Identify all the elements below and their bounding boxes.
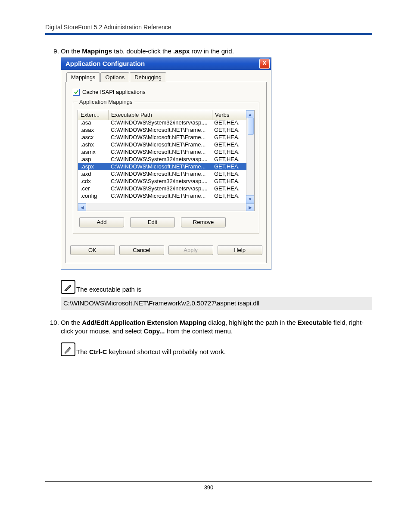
application-configuration-dialog: Application Configuration X Mappings Opt… [61, 57, 271, 270]
close-button[interactable]: X [259, 59, 270, 69]
cell-path: C:\WINDOWS\System32\inetsrv\asp.... [108, 119, 212, 126]
text-bold: Add/Edit Application Extension Mapping [82, 319, 206, 326]
apply-button[interactable]: Apply [168, 245, 213, 255]
group-label: Application Mappings [78, 98, 134, 106]
step-10: On the Add/Edit Application Extension Ma… [61, 318, 372, 357]
table-row[interactable]: .aspxC:\WINDOWS\Microsoft.NET\Frame...GE… [78, 163, 247, 170]
doc-header: Digital StoreFront 5.2 Administration Re… [45, 24, 372, 31]
cell-path: C:\WINDOWS\Microsoft.NET\Frame... [108, 141, 212, 148]
table-row[interactable]: .cerC:\WINDOWS\System32\inetsrv\asp....G… [78, 185, 247, 192]
cell-verbs: GET,HEA. [212, 170, 247, 177]
cell-extension: .asmx [78, 148, 108, 156]
cell-path: C:\WINDOWS\System32\inetsrv\asp.... [108, 156, 212, 163]
note-text: The Ctrl-C keyboard shortcut will probab… [76, 348, 226, 356]
cell-extension: .ascx [78, 134, 108, 141]
cell-extension: .asp [78, 156, 108, 163]
text-bold: Copy... [144, 327, 165, 335]
cell-extension: .aspx [78, 163, 108, 170]
table-row[interactable]: .configC:\WINDOWS\Microsoft.NET\Frame...… [78, 192, 247, 199]
cache-isapi-checkbox[interactable] [73, 89, 80, 96]
cell-path: C:\WINDOWS\Microsoft.NET\Frame... [108, 148, 212, 156]
cell-extension: .asax [78, 126, 108, 134]
table-row[interactable]: .asmxC:\WINDOWS\Microsoft.NET\Frame...GE… [78, 148, 247, 156]
col-extension[interactable]: Exten... [78, 110, 109, 120]
add-button[interactable]: Add [79, 217, 124, 227]
cell-verbs: GET,HEA. [212, 185, 247, 192]
table-row[interactable]: .asaC:\WINDOWS\System32\inetsrv\asp....G… [78, 119, 247, 126]
tab-options[interactable]: Options [100, 72, 129, 82]
horizontal-scrollbar[interactable]: ◀ ▶ [78, 203, 254, 211]
note-text: The executable path is [76, 285, 141, 294]
cell-path: C:\WINDOWS\Microsoft.NET\Frame... [108, 134, 212, 141]
executable-path-value: C:\WINDOWS\Microsoft.NET\Framework\v2.0.… [61, 297, 372, 309]
tab-mappings[interactable]: Mappings [66, 72, 100, 82]
col-executable-path[interactable]: Executable Path [109, 110, 212, 120]
table-row[interactable]: .axdC:\WINDOWS\Microsoft.NET\Frame...GET… [78, 170, 247, 177]
cell-verbs: GET,HEA. [212, 156, 247, 163]
cell-path: C:\WINDOWS\System32\inetsrv\asp.... [108, 177, 212, 185]
text-bold: Executable [298, 319, 332, 326]
cell-verbs: GET,HEA. [212, 141, 247, 148]
note-icon [61, 280, 75, 294]
cell-verbs: GET,HEA. [212, 192, 247, 199]
window-title: Application Configuration [65, 59, 145, 68]
cell-verbs: GET,HEA. [212, 163, 247, 170]
cell-verbs: GET,HEA. [212, 134, 247, 141]
header-rule [45, 33, 372, 35]
tab-panel: Cache ISAPI applications Application Map… [65, 82, 267, 264]
cell-path: C:\WINDOWS\System32\inetsrv\asp.... [108, 185, 212, 192]
step-9: On the Mappings tab, double-click the .a… [61, 47, 372, 310]
scroll-down-button[interactable]: ▼ [246, 195, 254, 203]
cell-path: C:\WINDOWS\Microsoft.NET\Frame... [108, 170, 212, 177]
text: dialog, highlight the path in the [206, 319, 298, 326]
table-row[interactable]: .cdxC:\WINDOWS\System32\inetsrv\asp....G… [78, 177, 247, 185]
text-bold: Mappings [82, 47, 112, 55]
cancel-button[interactable]: Cancel [119, 245, 164, 255]
cell-extension: .cdx [78, 177, 108, 185]
vertical-scrollbar[interactable] [246, 118, 254, 196]
ok-button[interactable]: OK [70, 245, 115, 255]
cell-verbs: GET,HEA. [212, 126, 247, 134]
page-footer: 390 [45, 481, 372, 491]
page-number: 390 [204, 484, 214, 491]
cell-extension: .config [78, 192, 108, 199]
tabstrip: Mappings Options Debugging [66, 72, 267, 82]
application-mappings-group: Application Mappings Exten... Executable… [73, 102, 259, 234]
text: tab, double-click the [112, 47, 173, 55]
text: On the [61, 47, 82, 55]
cell-path: C:\WINDOWS\Microsoft.NET\Frame... [108, 163, 212, 170]
table-row[interactable]: .ascxC:\WINDOWS\Microsoft.NET\Frame...GE… [78, 134, 247, 141]
cell-extension: .asa [78, 119, 108, 126]
text: from the context menu. [165, 327, 233, 335]
remove-button[interactable]: Remove [181, 217, 226, 227]
cell-verbs: GET,HEA. [212, 177, 247, 185]
cell-extension: .cer [78, 185, 108, 192]
titlebar[interactable]: Application Configuration X [61, 58, 271, 70]
text-bold: .aspx [173, 47, 190, 55]
tab-debugging[interactable]: Debugging [130, 72, 166, 82]
table-row[interactable]: .aspC:\WINDOWS\System32\inetsrv\asp....G… [78, 156, 247, 163]
cell-extension: .axd [78, 170, 108, 177]
text: On the [61, 319, 82, 326]
scroll-left-button[interactable]: ◀ [78, 203, 86, 211]
table-row[interactable]: .asaxC:\WINDOWS\Microsoft.NET\Frame...GE… [78, 126, 247, 134]
cell-path: C:\WINDOWS\Microsoft.NET\Frame... [108, 126, 212, 134]
scroll-thumb[interactable] [248, 118, 254, 135]
help-button[interactable]: Help [218, 245, 262, 255]
scroll-right-button[interactable]: ▶ [246, 203, 254, 211]
note-icon [61, 342, 75, 356]
cache-isapi-label: Cache ISAPI applications [82, 88, 146, 96]
text: row in the grid. [190, 47, 234, 55]
cell-path: C:\WINDOWS\Microsoft.NET\Frame... [108, 192, 212, 199]
table-row[interactable]: .ashxC:\WINDOWS\Microsoft.NET\Frame...GE… [78, 141, 247, 148]
cell-verbs: GET,HEA. [212, 148, 247, 156]
cell-verbs: GET,HEA. [212, 119, 247, 126]
edit-button[interactable]: Edit [130, 217, 175, 227]
mappings-listview[interactable]: Exten... Executable Path Verbs .asaC:\WI… [78, 110, 255, 211]
cell-extension: .ashx [78, 141, 108, 148]
